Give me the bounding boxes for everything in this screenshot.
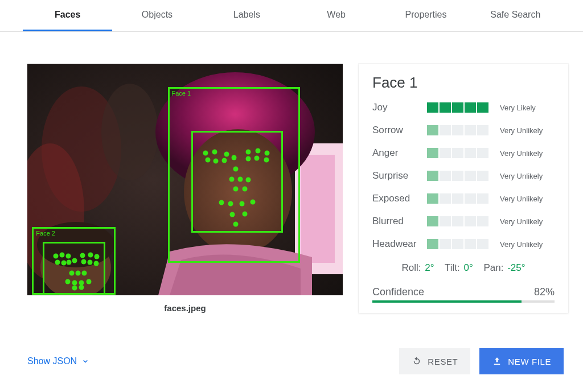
confidence-fill — [372, 300, 522, 303]
face-landmark — [214, 158, 219, 163]
tilt-label: Tilt: — [445, 262, 460, 273]
face-landmark — [265, 150, 270, 155]
likelihood-segment — [465, 148, 476, 158]
likelihood-segment — [477, 216, 488, 226]
face-landmark — [94, 254, 99, 259]
likelihood-attr: Surprise — [372, 170, 427, 181]
face-landmark — [81, 271, 87, 276]
reset-icon — [412, 356, 422, 366]
face-landmark — [79, 285, 84, 290]
face-landmark — [233, 186, 238, 191]
show-json-button[interactable]: Show JSON — [27, 356, 89, 366]
likelihood-bar — [427, 193, 493, 204]
likelihood-segment — [465, 102, 476, 113]
tab-labels[interactable]: Labels — [202, 0, 292, 31]
image-column: Face 1Face 2 faces.jpeg — [27, 64, 343, 313]
new-file-button[interactable]: NEW FILE — [479, 348, 564, 374]
likelihood-attr: Sorrow — [372, 125, 427, 136]
face-landmark — [245, 149, 251, 154]
likelihood-row-headwear: HeadwearVery Unlikely — [372, 233, 555, 255]
confidence-bar — [372, 300, 555, 303]
face-angles: Roll: 2° Tilt: 0° Pan: -25° — [372, 262, 555, 274]
face-landmark — [239, 201, 244, 207]
tab-web[interactable]: Web — [292, 0, 381, 31]
face-landmark — [219, 200, 224, 205]
likelihood-segment — [452, 148, 463, 158]
face-landmark — [231, 155, 236, 160]
likelihood-segment — [465, 125, 476, 135]
tab-label: Web — [327, 10, 346, 20]
likelihood-segment — [440, 239, 451, 249]
likelihood-segment — [440, 216, 451, 226]
likelihood-attr: Exposed — [372, 193, 427, 204]
face-landmark — [53, 253, 58, 258]
tab-faces[interactable]: Faces — [23, 0, 112, 31]
face-landmark — [66, 253, 71, 258]
likelihood-segment — [452, 125, 463, 135]
tab-label: Objects — [142, 10, 173, 20]
reset-button[interactable]: RESET — [399, 348, 470, 374]
likelihood-segment — [452, 171, 463, 181]
likelihood-level: Very Unlikely — [500, 195, 543, 203]
likelihood-segment — [477, 148, 488, 158]
likelihood-row-anger: AngerVery Unlikely — [372, 142, 555, 164]
face-landmark — [61, 261, 66, 266]
likelihood-segment — [477, 193, 488, 204]
likelihood-segment — [440, 193, 451, 204]
likelihood-segment — [477, 125, 488, 135]
likelihood-segment — [465, 193, 476, 204]
face-landmark — [88, 252, 93, 257]
likelihood-attr: Anger — [372, 147, 427, 159]
tab-label: Faces — [55, 10, 80, 20]
likelihood-attr: Blurred — [372, 216, 427, 227]
likelihood-segment — [427, 216, 438, 226]
face-landmark — [212, 149, 217, 154]
face-landmark — [237, 176, 243, 181]
face-landmark — [65, 279, 70, 284]
likelihood-segment — [465, 239, 476, 249]
face-landmark — [59, 252, 64, 257]
face-landmark — [243, 186, 248, 191]
tab-label: Safe Search — [490, 10, 540, 20]
face-landmark — [245, 177, 251, 182]
face-box-label: Face 1 — [172, 90, 191, 97]
likelihood-level: Very Unlikely — [500, 172, 543, 180]
likelihood-bar — [427, 216, 493, 226]
likelihood-segment — [477, 171, 488, 181]
likelihood-bar — [427, 102, 493, 113]
results-panel: Face 1 JoyVery LikelySorrowVery Unlikely… — [359, 64, 568, 313]
face-landmark — [233, 222, 238, 227]
face-landmark — [67, 260, 72, 265]
main-content: Face 1Face 2 faces.jpeg Face 1 JoyVery L… — [0, 64, 583, 313]
face-bounding-box[interactable] — [191, 131, 283, 233]
tab-properties[interactable]: Properties — [381, 0, 470, 31]
face-title: Face 1 — [372, 74, 555, 92]
face-landmark — [264, 157, 269, 162]
reset-label: RESET — [428, 357, 458, 366]
confidence-value: 82% — [534, 286, 555, 298]
face-landmark — [72, 285, 77, 290]
face-landmark — [93, 261, 98, 266]
likelihood-level: Very Unlikely — [500, 217, 543, 226]
likelihood-row-exposed: ExposedVery Unlikely — [372, 187, 555, 210]
face-landmark — [222, 158, 227, 163]
new-file-label: NEW FILE — [508, 357, 551, 366]
likelihood-segment — [440, 102, 451, 113]
face-landmark — [75, 271, 80, 276]
tab-safe-search[interactable]: Safe Search — [471, 0, 560, 31]
likelihood-segment — [440, 171, 451, 181]
tab-label: Labels — [233, 10, 260, 20]
chevron-down-icon — [81, 357, 89, 365]
likelihood-segment — [427, 193, 438, 204]
face-landmark — [81, 259, 86, 265]
likelihood-segment — [427, 239, 438, 249]
likelihood-level: Very Unlikely — [500, 240, 543, 249]
roll-label: Roll: — [401, 262, 421, 273]
face-landmark — [230, 212, 235, 217]
likelihood-segment — [427, 102, 438, 113]
tab-objects[interactable]: Objects — [112, 0, 202, 31]
face-landmark — [255, 148, 260, 153]
face-landmark — [224, 151, 229, 156]
likelihood-row-blurred: BlurredVery Unlikely — [372, 210, 555, 233]
svg-rect-5 — [301, 155, 335, 263]
